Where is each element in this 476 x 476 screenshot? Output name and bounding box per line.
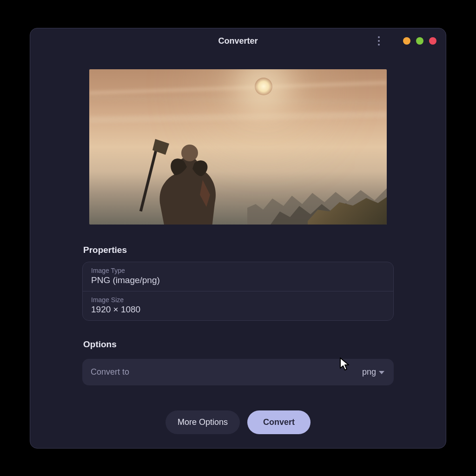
menu-button[interactable] <box>373 35 384 46</box>
svg-point-0 <box>181 145 198 161</box>
maximize-button[interactable] <box>416 37 423 45</box>
app-window: Converter <box>30 28 446 449</box>
properties-card: Image Type PNG (image/png) Image Size 19… <box>82 262 394 321</box>
convert-to-select[interactable]: Convert to png <box>82 359 394 385</box>
convert-to-value: png <box>362 367 384 377</box>
preview-decoration <box>132 125 230 225</box>
close-button[interactable] <box>429 37 436 45</box>
chevron-down-icon <box>379 371 384 374</box>
convert-to-value-text: png <box>362 367 376 377</box>
property-value: 1920 × 1080 <box>91 304 385 315</box>
property-label: Image Type <box>91 267 385 274</box>
footer-actions: More Options Convert <box>82 410 394 434</box>
minimize-button[interactable] <box>403 37 410 45</box>
property-label: Image Size <box>91 296 385 304</box>
convert-button[interactable]: Convert <box>247 410 311 434</box>
content-area: Properties Image Type PNG (image/png) Im… <box>30 53 446 448</box>
window-controls <box>403 37 436 45</box>
image-preview <box>89 69 387 225</box>
kebab-dot-icon <box>378 44 380 46</box>
preview-decoration <box>255 78 272 95</box>
preview-decoration <box>89 95 387 105</box>
options-heading: Options <box>82 339 394 350</box>
preview-decoration <box>89 81 387 95</box>
kebab-dot-icon <box>378 40 380 42</box>
window-title: Converter <box>218 36 258 46</box>
titlebar: Converter <box>30 28 446 53</box>
kebab-dot-icon <box>378 36 380 38</box>
convert-to-label: Convert to <box>91 367 129 377</box>
svg-rect-1 <box>139 143 159 212</box>
properties-heading: Properties <box>82 245 394 255</box>
more-options-button[interactable]: More Options <box>165 410 240 434</box>
property-row-image-type: Image Type PNG (image/png) <box>83 262 393 291</box>
property-row-image-size: Image Size 1920 × 1080 <box>83 291 393 320</box>
property-value: PNG (image/png) <box>91 275 385 285</box>
preview-decoration <box>89 111 387 123</box>
